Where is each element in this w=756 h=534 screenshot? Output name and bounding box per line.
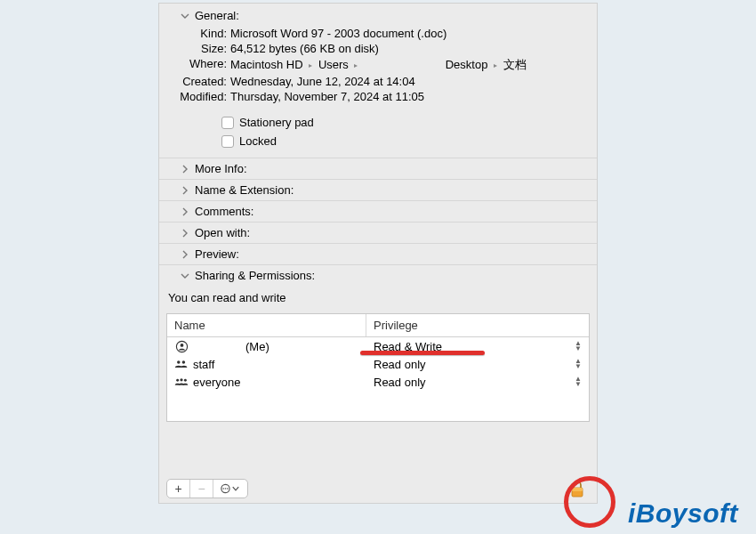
kind-label: Kind:: [177, 27, 230, 40]
path-separator-icon: ▸: [309, 61, 312, 69]
section-sharing-label: Sharing & Permissions:: [195, 269, 315, 282]
stepper-icon[interactable]: ▲▼: [575, 341, 582, 352]
where-label: Where:: [177, 57, 230, 73]
where-part1: Macintosh HD: [230, 58, 303, 71]
modified-label: Modified:: [177, 90, 230, 103]
size-label: Size:: [177, 42, 230, 55]
section-general[interactable]: General:: [159, 4, 597, 26]
section-more-info[interactable]: More Info:: [159, 158, 597, 179]
section-comments[interactable]: Comments:: [159, 200, 597, 222]
stationery-label: Stationery pad: [239, 116, 314, 129]
section-name-ext[interactable]: Name & Extension:: [159, 179, 597, 200]
user-suffix: (Me): [245, 340, 269, 353]
size-value: 64,512 bytes (66 KB on disk): [230, 42, 597, 55]
permissions-table: Name Privilege (Me) Read & Write ▲▼: [166, 313, 590, 422]
section-general-label: General:: [195, 9, 239, 22]
lock-icon: [569, 481, 585, 498]
where-part2: Users: [318, 58, 349, 71]
svg-point-2: [177, 360, 181, 364]
chevron-down-icon: [179, 12, 191, 20]
table-row[interactable]: everyone Read only ▲▼: [167, 373, 589, 391]
svg-point-9: [225, 488, 227, 490]
person-icon: [174, 339, 189, 353]
col-name: Name: [167, 314, 366, 336]
where-value: Macintosh HD ▸ Users ▸ Desktop ▸ 文档: [230, 57, 597, 73]
created-value: Wednesday, June 12, 2024 at 14:04: [230, 75, 597, 88]
group-icon: [174, 357, 189, 371]
table-header: Name Privilege: [167, 314, 589, 337]
lock-button[interactable]: [567, 479, 588, 500]
permissions-toolbar: + −: [166, 479, 248, 498]
section-comments-label: Comments:: [195, 205, 253, 218]
svg-point-1: [180, 344, 183, 347]
section-sharing[interactable]: Sharing & Permissions:: [159, 264, 597, 286]
stepper-icon[interactable]: ▲▼: [575, 376, 582, 387]
section-open-with[interactable]: Open with:: [159, 222, 597, 243]
section-preview[interactable]: Preview:: [159, 243, 597, 264]
svg-rect-12: [572, 488, 583, 491]
svg-point-5: [180, 378, 182, 381]
brand-watermark: iBoysoft: [628, 498, 738, 529]
svg-point-8: [222, 488, 224, 490]
section-preview-label: Preview:: [195, 247, 239, 261]
annotation-underline: [360, 351, 485, 355]
chevron-right-icon: [179, 229, 191, 238]
path-separator-icon: ▸: [354, 61, 358, 69]
chevron-right-icon: [179, 207, 191, 216]
chevron-right-icon: [179, 250, 191, 259]
user-name: everyone: [193, 376, 240, 389]
group-icon: [174, 375, 189, 389]
add-button[interactable]: +: [167, 479, 190, 498]
modified-value: Thursday, November 7, 2024 at 11:05: [230, 90, 597, 103]
section-name-ext-label: Name & Extension:: [195, 183, 294, 197]
path-separator-icon: ▸: [494, 61, 497, 69]
table-row[interactable]: staff Read only ▲▼: [167, 355, 589, 373]
action-menu-button[interactable]: [213, 479, 247, 498]
sharing-status: You can read and write: [159, 286, 597, 313]
privilege-value: Read only: [374, 358, 426, 371]
stationery-checkbox[interactable]: [221, 117, 234, 129]
get-info-panel: General: Kind:Microsoft Word 97 - 2003 d…: [158, 3, 598, 504]
locked-row: Locked: [168, 132, 597, 150]
table-body: (Me) Read & Write ▲▼ staff Read only ▲▼: [167, 337, 589, 391]
privilege-value: Read only: [374, 376, 426, 389]
locked-label: Locked: [239, 134, 277, 148]
where-part4: 文档: [503, 58, 527, 71]
user-name: staff: [193, 358, 214, 371]
svg-point-6: [184, 379, 187, 382]
stepper-icon[interactable]: ▲▼: [575, 359, 582, 369]
where-part3: Desktop: [446, 58, 488, 71]
chevron-right-icon: [179, 165, 191, 174]
stationery-row: Stationery pad: [168, 113, 597, 132]
locked-checkbox[interactable]: [221, 135, 234, 148]
remove-button[interactable]: −: [190, 479, 213, 498]
chevron-down-icon: [179, 271, 191, 280]
general-details: Kind:Microsoft Word 97 - 2003 document (…: [154, 26, 597, 158]
kind-value: Microsoft Word 97 - 2003 document (.doc): [230, 27, 597, 40]
svg-point-4: [176, 379, 179, 382]
created-label: Created:: [177, 75, 230, 88]
chevron-right-icon: [179, 186, 191, 195]
section-open-with-label: Open with:: [195, 226, 250, 239]
svg-point-10: [227, 488, 229, 490]
svg-point-3: [182, 360, 186, 364]
brand-text: iBoysoft: [628, 498, 738, 528]
col-privilege: Privilege: [366, 314, 589, 336]
section-more-info-label: More Info:: [195, 162, 247, 175]
